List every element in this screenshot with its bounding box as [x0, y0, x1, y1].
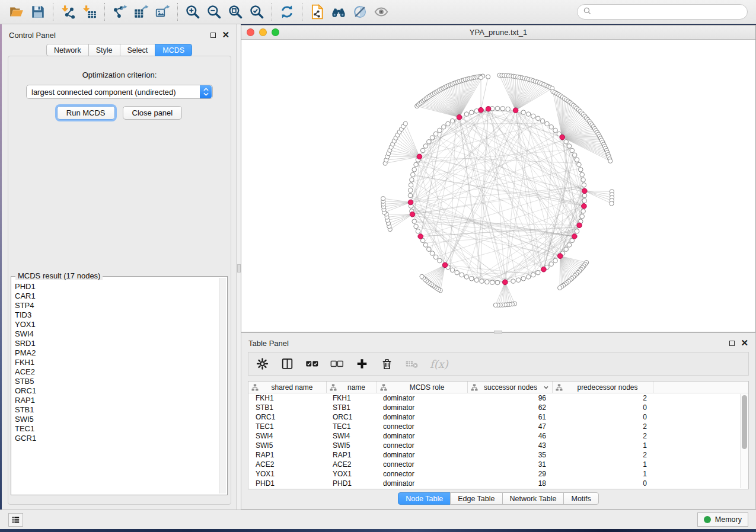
table-splitter-grip[interactable]	[494, 331, 502, 334]
tab-motifs[interactable]: Motifs	[563, 492, 598, 505]
table-row[interactable]: PHD1PHD1dominator180	[248, 479, 748, 488]
mcds-result-list[interactable]: PHD1CAR1STP4TID3YOX1SWI4SRD1PMA2FKH1ACE2…	[15, 282, 218, 492]
mcds-result-item[interactable]: TEC1	[15, 424, 218, 434]
zoom-out-icon[interactable]	[203, 2, 225, 22]
cell-shared-name: PHD1	[248, 479, 327, 488]
table-row[interactable]: SWI5SWI5connector431	[248, 441, 748, 450]
tab-edge-table[interactable]: Edge Table	[450, 492, 502, 505]
memory-button[interactable]: Memory	[697, 512, 748, 527]
select-all-icon[interactable]	[305, 357, 319, 370]
mcds-result-item[interactable]: STB1	[15, 405, 218, 415]
table-row[interactable]: TEC1TEC1connector472	[248, 422, 748, 431]
mcds-result-item[interactable]: SWI5	[15, 415, 218, 424]
table-settings-icon[interactable]	[256, 357, 269, 370]
mcds-result-item[interactable]: PHD1	[15, 282, 218, 291]
cell-MCDS-role: connector	[377, 422, 468, 431]
toolbar-separator	[104, 3, 105, 21]
save-session-icon[interactable]	[27, 2, 49, 22]
column-header-predecessor-nodes[interactable]: predecessor nodes	[553, 382, 653, 393]
mcds-list-scrollbar[interactable]	[219, 278, 226, 493]
criterion-selected-value: largest connected component (undirected)	[27, 88, 200, 97]
table-scrollbar[interactable]	[740, 394, 748, 488]
new-network-from-selection-icon[interactable]	[307, 2, 328, 22]
export-image-icon[interactable]	[152, 2, 173, 22]
tab-network[interactable]: Network	[46, 44, 89, 56]
cell-shared-name: RAP1	[248, 451, 327, 459]
mcds-result-item[interactable]: FKH1	[15, 358, 218, 367]
mcds-result-item[interactable]: YOX1	[15, 320, 218, 329]
close-table-panel-icon[interactable]: ✕	[741, 340, 748, 346]
mcds-result-item[interactable]: SRD1	[15, 339, 218, 348]
column-header-successor-nodes[interactable]: successor nodes	[468, 382, 553, 393]
table-panel: Table Panel ✕ f(x) shared namenameMCDS r…	[241, 332, 756, 509]
tab-select[interactable]: Select	[120, 44, 156, 56]
function-builder-icon: f(x)	[430, 358, 448, 370]
table-row[interactable]: YOX1YOX1connector291	[248, 469, 748, 479]
float-panel-icon[interactable]	[210, 33, 216, 38]
criterion-select[interactable]: largest connected component (undirected)	[26, 85, 213, 99]
table-row[interactable]: ACE2ACE2connector311	[248, 460, 748, 469]
table-row[interactable]: STB1STB1dominator620	[248, 403, 748, 412]
export-network-icon[interactable]	[109, 2, 130, 22]
mcds-result-item[interactable]: STP4	[15, 301, 218, 310]
window-close-button[interactable]	[247, 28, 254, 36]
mcds-result-item[interactable]: TID3	[15, 310, 218, 320]
table-row[interactable]: ORC1ORC1dominator610	[248, 412, 748, 422]
mcds-result-item[interactable]: ORC1	[15, 386, 218, 396]
control-panel-title: Control Panel	[9, 31, 56, 40]
first-neighbors-icon[interactable]	[328, 2, 349, 22]
open-file-icon[interactable]	[6, 2, 27, 22]
network-window-title: YPA_prune.txt_1	[470, 28, 527, 37]
export-table-icon[interactable]	[130, 2, 152, 22]
table-row[interactable]: FKH1FKH1dominator962	[248, 393, 748, 403]
task-history-button[interactable]	[8, 513, 23, 527]
mcds-result-item[interactable]: PMA2	[15, 348, 218, 358]
network-canvas[interactable]	[241, 40, 755, 332]
mcds-result-item[interactable]: SWI4	[15, 329, 218, 339]
import-table-icon[interactable]	[79, 2, 100, 22]
mcds-result-groupbox: MCDS result (17 nodes) PHD1CAR1STP4TID3Y…	[11, 276, 228, 495]
search-box[interactable]	[577, 4, 748, 20]
mcds-result-item[interactable]: CAR1	[15, 291, 218, 301]
column-header-name[interactable]: name	[327, 382, 377, 393]
tab-network-table[interactable]: Network Table	[502, 492, 564, 505]
add-column-icon[interactable]	[355, 357, 369, 370]
zoom-selected-icon[interactable]	[246, 2, 267, 22]
cell-name: TEC1	[327, 422, 377, 431]
status-bar: Memory	[0, 509, 756, 529]
show-details-icon[interactable]	[371, 2, 392, 22]
float-table-panel-icon[interactable]	[729, 341, 735, 346]
cell-successor-nodes: 61	[468, 413, 553, 421]
mcds-result-item[interactable]: GCR1	[15, 434, 218, 443]
columns-icon[interactable]	[280, 357, 294, 370]
tab-node-table[interactable]: Node Table	[398, 492, 451, 505]
column-header-shared-name[interactable]: shared name	[248, 382, 327, 393]
table-scrollbar-thumb[interactable]	[742, 395, 747, 449]
hide-details-icon[interactable]	[349, 2, 371, 22]
import-network-icon[interactable]	[58, 2, 79, 22]
zoom-fit-icon[interactable]	[225, 2, 246, 22]
column-header-MCDS-role[interactable]: MCDS role	[377, 382, 468, 393]
cell-predecessor-nodes: 2	[553, 394, 653, 402]
network-window-titlebar[interactable]: YPA_prune.txt_1	[241, 25, 755, 40]
cell-shared-name: FKH1	[248, 394, 327, 402]
zoom-in-icon[interactable]	[182, 2, 203, 22]
table-row[interactable]: SWI4SWI4dominator462	[248, 431, 748, 441]
table-row[interactable]: RAP1RAP1dominator352	[248, 450, 748, 460]
delete-column-icon[interactable]	[380, 357, 394, 370]
mcds-result-item[interactable]: RAP1	[15, 396, 218, 405]
run-mcds-button[interactable]: Run MCDS	[57, 106, 115, 120]
mcds-result-item[interactable]: STB5	[15, 377, 218, 386]
refresh-layout-icon[interactable]	[276, 2, 298, 22]
window-minimize-button[interactable]	[259, 28, 267, 36]
close-panel-button[interactable]: Close panel	[123, 106, 183, 120]
deselect-all-icon[interactable]	[330, 357, 344, 370]
tab-mcds[interactable]: MCDS	[155, 44, 192, 56]
mcds-result-item[interactable]: ACE2	[15, 367, 218, 377]
window-zoom-button[interactable]	[272, 28, 279, 36]
cell-name: ORC1	[327, 413, 377, 421]
tab-style[interactable]: Style	[88, 44, 120, 56]
search-input[interactable]	[595, 7, 742, 17]
close-panel-icon[interactable]: ✕	[222, 32, 229, 38]
network-graph[interactable]	[241, 40, 755, 332]
